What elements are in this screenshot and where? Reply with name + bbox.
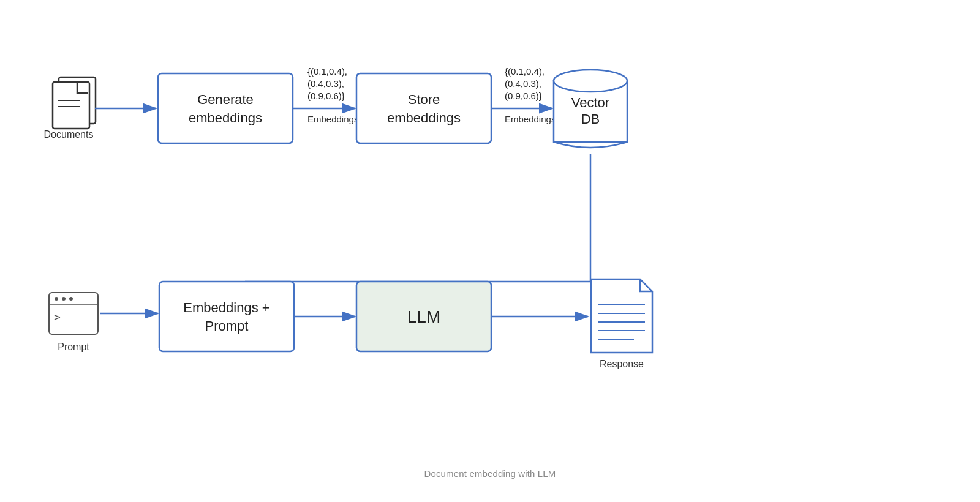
vectordb-label: Vector — [571, 95, 609, 110]
prompt-icon: >_ — [49, 293, 98, 334]
generate-embeddings-label: Generate — [197, 92, 254, 107]
main-diagram: Documents Generate embeddings {(0.1,0.4)… — [0, 0, 980, 502]
diagram-caption: Document embedding with LLM — [424, 468, 556, 479]
svg-marker-21 — [591, 279, 652, 353]
prompt-label: Prompt — [58, 342, 89, 352]
embeddings-label1: Embeddings — [307, 114, 358, 124]
svg-point-8 — [554, 70, 627, 92]
data-label1-line3: (0.9,0.6)} — [307, 91, 345, 101]
svg-rect-1 — [53, 82, 89, 129]
svg-text:>_: >_ — [54, 310, 67, 323]
embeddings-label2: Embeddings — [505, 114, 556, 124]
data-label2-line3: (0.9,0.6)} — [505, 91, 542, 101]
store-embeddings-label2: embeddings — [387, 110, 461, 126]
embeddings-prompt-label2: Prompt — [205, 318, 249, 334]
data-label1-line2: (0.4,0.3), — [307, 78, 344, 89]
llm-label: LLM — [407, 307, 440, 326]
svg-point-15 — [69, 297, 73, 301]
generate-embeddings-label2: embeddings — [189, 110, 262, 126]
generate-embeddings-box — [158, 73, 293, 143]
response-label: Response — [600, 359, 644, 369]
svg-point-14 — [62, 297, 66, 301]
embeddings-prompt-label1: Embeddings + — [183, 300, 270, 315]
embeddings-prompt-box — [159, 282, 294, 351]
store-embeddings-box — [356, 73, 491, 143]
documents-label: Documents — [44, 129, 94, 140]
response-icon — [591, 279, 652, 353]
diagram-container: Documents Generate embeddings {(0.1,0.4)… — [0, 0, 980, 502]
svg-point-13 — [55, 297, 58, 301]
store-embeddings-label: Store — [408, 92, 440, 107]
data-label2-line1: {(0.1,0.4), — [505, 66, 545, 77]
data-label2-line2: (0.4,0.3), — [505, 78, 541, 89]
documents-icon — [53, 77, 96, 129]
vectordb-label2: DB — [581, 111, 600, 127]
data-label1-line1: {(0.1,0.4), — [307, 66, 347, 77]
